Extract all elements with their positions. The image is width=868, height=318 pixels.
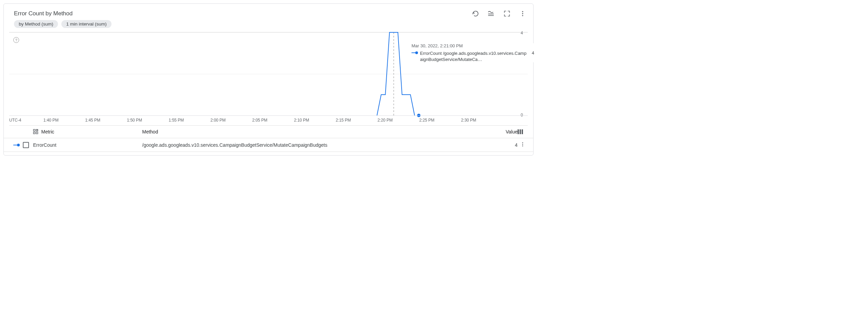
card-header: Error Count by Method	[4, 4, 533, 19]
y-tick-max: 4	[521, 31, 523, 35]
col-header-method[interactable]: Method	[142, 129, 494, 134]
table-row[interactable]: ErrorCount /google.ads.googleads.v10.ser…	[4, 138, 533, 152]
svg-rect-11	[522, 129, 523, 134]
series-line	[377, 32, 415, 115]
x-tick: 1:40 PM	[43, 118, 59, 123]
svg-rect-8	[36, 132, 38, 134]
header-actions	[472, 10, 526, 17]
tooltip-value: 4	[532, 50, 534, 55]
row-checkbox[interactable]	[23, 142, 29, 148]
x-tick: 2:05 PM	[252, 118, 268, 123]
svg-point-14	[522, 145, 523, 146]
dashboard-icon[interactable]	[33, 129, 39, 134]
x-tick: 2:10 PM	[294, 118, 309, 123]
x-axis: UTC-4 1:40 PM1:45 PM1:50 PM1:55 PM2:00 P…	[9, 115, 528, 126]
row-value: 4	[494, 142, 518, 148]
tooltip-time: Mar 30, 2022, 2:21:00 PM	[411, 43, 534, 48]
chip-group-by[interactable]: by Method (sum)	[14, 20, 58, 28]
fullscreen-icon[interactable]	[503, 10, 511, 17]
svg-rect-5	[33, 129, 35, 131]
card-title: Error Count by Method	[14, 10, 472, 17]
x-tick: 2:20 PM	[377, 118, 393, 123]
svg-point-13	[522, 144, 523, 145]
refresh-icon[interactable]	[472, 10, 479, 17]
x-tick: 2:30 PM	[461, 118, 476, 123]
svg-point-12	[522, 142, 523, 143]
x-tick: 2:00 PM	[210, 118, 226, 123]
chart-card: Error Count by Method by Method (sum) 1 …	[3, 3, 534, 156]
row-more-icon[interactable]	[518, 142, 528, 148]
x-tick: 2:15 PM	[336, 118, 351, 123]
col-header-value[interactable]: Value	[494, 129, 518, 134]
col-header-metric[interactable]: Metric	[41, 129, 54, 134]
x-tick: 1:45 PM	[85, 118, 101, 123]
svg-rect-9	[518, 129, 519, 134]
legend-table: Metric Method Value ErrorCount /google.a…	[4, 126, 533, 152]
table-header-row: Metric Method Value	[4, 126, 533, 138]
x-tick: 1:50 PM	[127, 118, 142, 123]
row-swatch	[13, 144, 23, 146]
more-menu-icon[interactable]	[519, 10, 526, 17]
svg-rect-10	[520, 129, 521, 134]
chart-area[interactable]: ? 4 0 Mar 30, 2022, 2:21:00 PM ErrorCoun…	[9, 32, 528, 115]
svg-point-4	[522, 15, 523, 16]
x-tick: 1:55 PM	[169, 118, 184, 123]
tooltip-label: ErrorCount /google.ads.googleads.v10.ser…	[420, 50, 527, 62]
svg-point-2	[522, 11, 523, 12]
chip-interval[interactable]: 1 min interval (sum)	[61, 20, 111, 28]
x-axis-timezone: UTC-4	[9, 118, 21, 123]
row-method: /google.ads.googleads.v10.services.Campa…	[142, 142, 494, 148]
filter-chips: by Method (sum) 1 min interval (sum)	[4, 19, 533, 32]
tooltip-swatch	[411, 51, 418, 54]
row-metric: ErrorCount	[33, 142, 142, 148]
columns-icon[interactable]	[518, 129, 528, 134]
legend-toggle-icon[interactable]	[488, 10, 495, 17]
hover-tooltip: Mar 30, 2022, 2:21:00 PM ErrorCount /goo…	[411, 43, 534, 62]
svg-point-3	[522, 13, 523, 14]
x-tick: 2:25 PM	[419, 118, 435, 123]
svg-rect-7	[33, 132, 35, 134]
